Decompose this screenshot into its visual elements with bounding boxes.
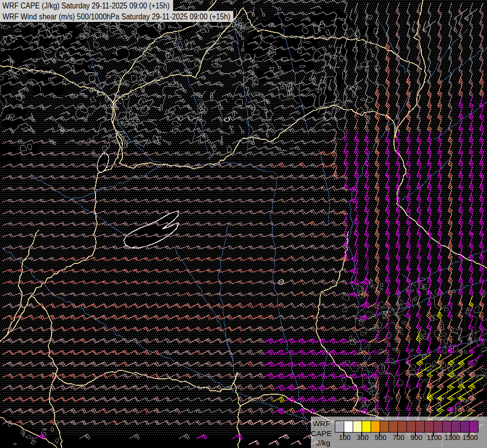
svg-text:CAPE: CAPE: [311, 429, 332, 438]
svg-text:1100: 1100: [427, 434, 442, 442]
svg-text:WRF: WRF: [313, 419, 330, 428]
svg-text:700: 700: [392, 434, 404, 442]
svg-text:WRF CAPE (J/kg) Saturday 29-11: WRF CAPE (J/kg) Saturday 29-11-2025 09:0…: [2, 1, 170, 10]
svg-text:J/kg: J/kg: [316, 439, 330, 447]
svg-text:WRF Wind shear (m/s) 500/1000h: WRF Wind shear (m/s) 500/1000hPa Saturda…: [2, 12, 230, 21]
svg-text:300: 300: [357, 434, 369, 442]
svg-text:100: 100: [339, 434, 351, 442]
svg-text:500: 500: [375, 434, 387, 442]
svg-text:900: 900: [410, 434, 422, 442]
svg-text:1500: 1500: [462, 434, 478, 442]
svg-text:1300: 1300: [444, 434, 460, 442]
